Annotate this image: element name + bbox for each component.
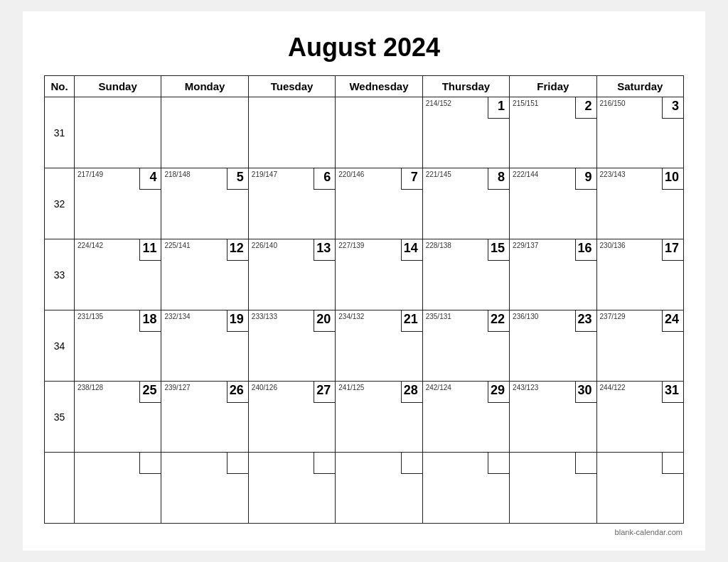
calendar-table: No.SundayMondayTuesdayWednesdayThursdayF… [44, 75, 684, 524]
day-ordinal-info: 225/141 [164, 242, 190, 250]
day-number: 17 [665, 241, 679, 256]
day-ordinal-info: 238/128 [77, 384, 103, 392]
week-row: 32217/1494218/1485219/1476220/1467221/14… [45, 168, 684, 239]
calendar-title: August 2024 [44, 33, 684, 63]
day-cell [161, 453, 248, 524]
day-ordinal-info: 226/140 [252, 242, 277, 250]
day-ordinal-info: 240/126 [252, 384, 277, 392]
day-number: 30 [578, 383, 592, 399]
day-cell: 231/13518 [75, 310, 161, 382]
day-inner-box [314, 453, 335, 474]
day-ordinal-info: 242/124 [426, 384, 451, 392]
day-ordinal-info: 227/139 [338, 242, 364, 250]
day-inner-box [227, 453, 248, 474]
day-cell [248, 97, 335, 168]
day-ordinal-info: 236/130 [513, 313, 538, 321]
day-number: 21 [404, 312, 418, 328]
watermark: blank-calendar.com [44, 528, 684, 536]
day-cell: 236/13023 [510, 310, 596, 382]
week-number: 32 [45, 168, 75, 239]
day-ordinal-info: 214/152 [426, 99, 451, 108]
day-cell: 219/1476 [248, 168, 335, 239]
day-ordinal-info: 222/144 [513, 171, 538, 179]
day-cell: 220/1467 [336, 168, 422, 239]
day-number: 11 [142, 241, 156, 256]
day-ordinal-info: 239/127 [164, 384, 190, 392]
day-cell: 230/13617 [596, 239, 683, 310]
header-friday: Friday [510, 76, 596, 97]
day-number: 10 [665, 170, 679, 185]
day-inner-box [488, 453, 509, 474]
day-cell: 240/12627 [248, 382, 335, 453]
day-cell: 214/1521 [422, 97, 509, 168]
week-number: 33 [45, 239, 75, 310]
header-no: No. [45, 76, 75, 97]
day-inner-box [139, 453, 161, 474]
day-ordinal-info: 244/122 [600, 384, 626, 392]
day-ordinal-info: 215/151 [513, 99, 538, 108]
day-ordinal-info: 218/148 [164, 171, 190, 179]
week-row: 34231/13518232/13419233/13320234/1322123… [45, 310, 684, 382]
day-cell [75, 453, 161, 524]
day-ordinal-info: 228/138 [426, 242, 451, 250]
day-number: 1 [498, 99, 505, 114]
day-ordinal-info: 223/143 [600, 171, 626, 179]
day-ordinal-info: 241/125 [338, 384, 364, 392]
day-ordinal-info: 243/123 [513, 384, 538, 392]
day-inner-box [662, 453, 683, 474]
day-cell [422, 453, 509, 524]
day-number: 19 [230, 312, 244, 328]
day-cell: 239/12726 [161, 382, 248, 453]
day-inner-box [575, 453, 596, 474]
day-cell [596, 453, 683, 524]
week-number [45, 453, 75, 524]
day-ordinal-info: 217/149 [77, 171, 103, 179]
day-ordinal-info: 234/132 [338, 313, 364, 321]
day-ordinal-info: 216/150 [600, 99, 626, 108]
week-row: 33224/14211225/14112226/14013227/1391422… [45, 239, 684, 310]
calendar-page: August 2024 No.SundayMondayTuesdayWednes… [23, 11, 705, 551]
day-cell: 227/13914 [336, 239, 422, 310]
week-number: 34 [45, 310, 75, 382]
day-cell: 223/14310 [596, 168, 683, 239]
day-cell [248, 453, 335, 524]
day-cell: 242/12429 [422, 382, 509, 453]
header-saturday: Saturday [596, 76, 683, 97]
day-cell: 217/1494 [75, 168, 161, 239]
day-number: 28 [404, 383, 418, 399]
day-number: 31 [665, 383, 679, 399]
day-ordinal-info: 230/136 [600, 242, 626, 250]
day-number: 16 [578, 241, 592, 256]
day-number: 20 [316, 312, 331, 328]
day-number: 8 [498, 170, 505, 185]
day-ordinal-info: 231/135 [77, 313, 103, 321]
day-cell: 221/1458 [422, 168, 509, 239]
day-cell [510, 453, 596, 524]
day-cell [336, 97, 422, 168]
header-wednesday: Wednesday [336, 76, 422, 97]
header-thursday: Thursday [422, 76, 509, 97]
day-cell: 224/14211 [75, 239, 161, 310]
day-cell: 235/13122 [422, 310, 509, 382]
day-cell [161, 97, 248, 168]
day-number: 18 [142, 312, 156, 328]
day-ordinal-info: 219/147 [252, 171, 277, 179]
day-number: 7 [411, 170, 418, 185]
week-row: 31214/1521215/1512216/1503 [45, 97, 684, 168]
day-number: 15 [491, 241, 505, 256]
day-cell: 218/1485 [161, 168, 248, 239]
day-cell: 233/13320 [248, 310, 335, 382]
day-cell: 215/1512 [510, 97, 596, 168]
day-number: 12 [230, 241, 244, 256]
day-number: 6 [323, 170, 331, 185]
day-number: 4 [149, 170, 156, 185]
day-cell [336, 453, 422, 524]
extra-row [45, 453, 684, 524]
day-ordinal-info: 224/142 [77, 242, 103, 250]
header-sunday: Sunday [75, 76, 161, 97]
day-number: 25 [142, 383, 156, 399]
day-number: 27 [316, 383, 331, 399]
day-cell: 226/14013 [248, 239, 335, 310]
day-ordinal-info: 232/134 [164, 313, 190, 321]
day-number: 3 [672, 99, 679, 114]
